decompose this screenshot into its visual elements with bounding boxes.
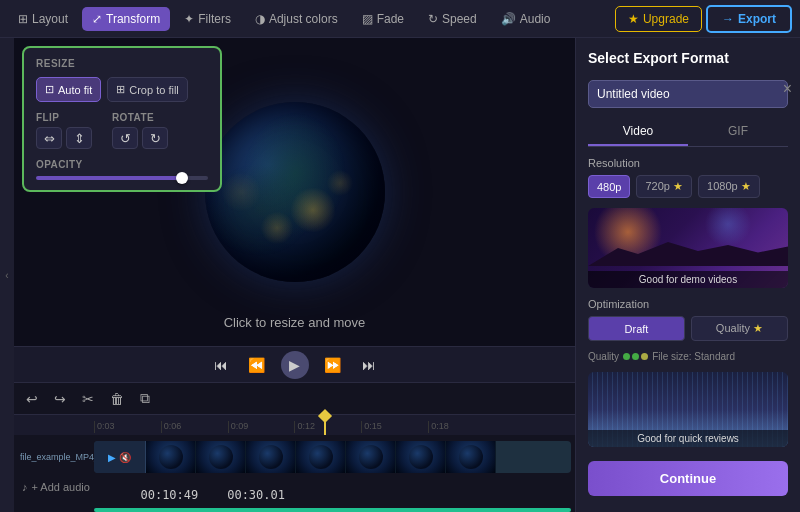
ruler-mark-5: 0:15 bbox=[361, 421, 428, 433]
play-button[interactable]: ▶ bbox=[281, 351, 309, 379]
video-track-label: file_example_MP4_1920_18MG.mp4 bbox=[14, 450, 94, 464]
top-navigation: ⊞ Layout ⤢ Transform ✦ Filters ◑ Adjust … bbox=[0, 0, 800, 38]
nav-audio[interactable]: 🔊 Audio bbox=[491, 7, 561, 31]
earth-sphere bbox=[205, 102, 385, 282]
main-area: ‹ RESIZE ⊡ Auto fit ⊞ Crop to fill FLIP bbox=[0, 38, 800, 512]
quality-button[interactable]: Quality ★ bbox=[691, 316, 788, 341]
timeline-tracks: file_example_MP4_1920_18MG.mp4 ▶ 🔇 bbox=[14, 435, 575, 512]
video-thumbnails bbox=[146, 441, 571, 473]
transform-icon: ⤢ bbox=[92, 12, 102, 26]
resolution-section: Resolution 480p 720p ★ 1080p ★ bbox=[588, 157, 788, 198]
resolution-buttons: 480p 720p ★ 1080p ★ bbox=[588, 175, 788, 198]
draft-button[interactable]: Draft bbox=[588, 316, 685, 341]
rotate-icons: ↺ ↻ bbox=[112, 127, 168, 149]
undo-button[interactable]: ↩ bbox=[22, 389, 42, 409]
ruler-mark-3: 0:09 bbox=[228, 421, 295, 433]
dot-1 bbox=[623, 353, 630, 360]
auto-fit-icon: ⊡ bbox=[45, 83, 54, 96]
res-480-button[interactable]: 480p bbox=[588, 175, 630, 198]
fast-forward-button[interactable]: ⏩ bbox=[321, 353, 345, 377]
add-audio-button[interactable]: ♪ + Add audio bbox=[14, 475, 575, 499]
fade-icon: ▨ bbox=[362, 12, 373, 26]
opacity-slider-track[interactable] bbox=[36, 176, 208, 180]
continue-button[interactable]: Continue bbox=[588, 461, 788, 496]
nav-transform[interactable]: ⤢ Transform bbox=[82, 7, 170, 31]
transform-panel: RESIZE ⊡ Auto fit ⊞ Crop to fill FLIP ⇔ … bbox=[22, 46, 222, 192]
dot-2 bbox=[632, 353, 639, 360]
thumb-6 bbox=[396, 441, 446, 473]
resize-buttons: ⊡ Auto fit ⊞ Crop to fill bbox=[36, 77, 208, 102]
quality-preview-label: Good for quick reviews bbox=[588, 430, 788, 447]
export-button[interactable]: → Export bbox=[706, 5, 792, 33]
nav-filters[interactable]: ✦ Filters bbox=[174, 7, 241, 31]
export-title: Select Export Format bbox=[588, 50, 788, 66]
quality-dots bbox=[623, 353, 648, 360]
ruler-mark-1: 0:03 bbox=[94, 421, 161, 433]
flip-section: FLIP ⇔ ⇕ bbox=[36, 112, 92, 149]
resolution-preview: Good for demo videos bbox=[588, 208, 788, 288]
opacity-slider-thumb bbox=[176, 172, 188, 184]
timeline-tools: ↩ ↪ ✂ 🗑 ⧉ bbox=[14, 383, 575, 415]
nav-speed[interactable]: ↻ Speed bbox=[418, 7, 487, 31]
music-icon: ♪ bbox=[22, 481, 28, 493]
resolution-label: Resolution bbox=[588, 157, 788, 169]
nav-layout[interactable]: ⊞ Layout bbox=[8, 7, 78, 31]
close-panel-button[interactable]: × bbox=[783, 80, 792, 98]
resize-label: RESIZE bbox=[36, 58, 208, 69]
thumb-2 bbox=[196, 441, 246, 473]
video-section: RESIZE ⊡ Auto fit ⊞ Crop to fill FLIP ⇔ … bbox=[14, 38, 575, 512]
audio-icon: 🔊 bbox=[501, 12, 516, 26]
delete-button[interactable]: 🗑 bbox=[106, 389, 128, 409]
cut-button[interactable]: ✂ bbox=[78, 389, 98, 409]
earth-city-lights bbox=[205, 102, 385, 282]
nav-adjust[interactable]: ◑ Adjust colors bbox=[245, 7, 348, 31]
teal-progress-bar bbox=[94, 508, 571, 512]
auto-fit-button[interactable]: ⊡ Auto fit bbox=[36, 77, 101, 102]
star-1080: ★ bbox=[741, 180, 751, 192]
quality-info: Quality File size: Standard bbox=[588, 351, 788, 362]
duplicate-button[interactable]: ⧉ bbox=[136, 388, 154, 409]
filters-icon: ✦ bbox=[184, 12, 194, 26]
dot-3 bbox=[641, 353, 648, 360]
tab-video[interactable]: Video bbox=[588, 118, 688, 146]
rewind-button[interactable]: ⏪ bbox=[245, 353, 269, 377]
crop-to-fill-button[interactable]: ⊞ Crop to fill bbox=[107, 77, 188, 102]
skip-to-start-button[interactable]: ⏮ bbox=[209, 353, 233, 377]
thumb-4 bbox=[296, 441, 346, 473]
ruler-mark-4: 0:12 bbox=[294, 421, 361, 433]
speed-icon: ↻ bbox=[428, 12, 438, 26]
playback-bar: ⏮ ⏪ ▶ ⏩ ⏭ bbox=[14, 346, 575, 382]
skip-to-end-button[interactable]: ⏭ bbox=[357, 353, 381, 377]
export-panel: × Select Export Format Video GIF Resolut… bbox=[575, 38, 800, 512]
flip-vertical-button[interactable]: ⇕ bbox=[66, 127, 92, 149]
track-controls: ▶ 🔇 bbox=[94, 441, 146, 473]
flip-label: FLIP bbox=[36, 112, 92, 123]
thumb-7 bbox=[446, 441, 496, 473]
playhead bbox=[324, 415, 326, 435]
flip-horizontal-button[interactable]: ⇔ bbox=[36, 127, 62, 149]
res-1080-button[interactable]: 1080p ★ bbox=[698, 175, 760, 198]
ruler-mark-2: 0:06 bbox=[161, 421, 228, 433]
thumb-3 bbox=[246, 441, 296, 473]
nav-fade[interactable]: ▨ Fade bbox=[352, 7, 414, 31]
video-track-row: file_example_MP4_1920_18MG.mp4 ▶ 🔇 bbox=[14, 439, 575, 475]
rotate-ccw-button[interactable]: ↺ bbox=[112, 127, 138, 149]
timeline-section: ↩ ↪ ✂ 🗑 ⧉ 0:03 0:06 0:09 0:12 0:15 0:18 bbox=[14, 382, 575, 512]
layout-icon: ⊞ bbox=[18, 12, 28, 26]
ruler-mark-6: 0:18 bbox=[428, 421, 495, 433]
rotate-section: ROTATE ↺ ↻ bbox=[112, 112, 168, 149]
rotate-cw-button[interactable]: ↻ bbox=[142, 127, 168, 149]
tab-gif[interactable]: GIF bbox=[688, 118, 788, 146]
collapse-arrow[interactable]: ‹ bbox=[0, 38, 14, 512]
star-icon: ★ bbox=[628, 12, 639, 26]
quality-preview: Good for quick reviews bbox=[588, 372, 788, 447]
optimization-buttons: Draft Quality ★ bbox=[588, 316, 788, 341]
format-tabs: Video GIF bbox=[588, 118, 788, 147]
redo-button[interactable]: ↪ bbox=[50, 389, 70, 409]
video-track-content[interactable]: ▶ 🔇 bbox=[94, 441, 571, 473]
video-name-input[interactable] bbox=[588, 80, 788, 108]
upgrade-button[interactable]: ★ Upgrade bbox=[615, 6, 702, 32]
timeline-ruler: 0:03 0:06 0:09 0:12 0:15 0:18 bbox=[14, 415, 575, 435]
export-arrow-icon: → bbox=[722, 12, 734, 26]
res-720-button[interactable]: 720p ★ bbox=[636, 175, 692, 198]
